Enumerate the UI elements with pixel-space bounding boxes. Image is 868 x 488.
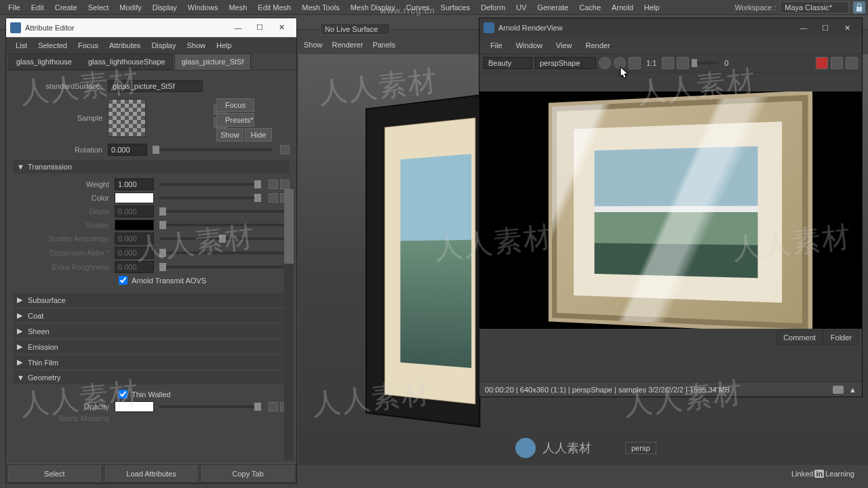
- copy-tab-button[interactable]: Copy Tab: [201, 466, 294, 481]
- rotation-slider[interactable]: [153, 148, 273, 151]
- ae-menu-help[interactable]: Help: [211, 40, 237, 51]
- lock-icon[interactable]: [853, 1, 865, 14]
- opacity-slider[interactable]: [159, 405, 261, 408]
- rv-menu-window[interactable]: Window: [509, 40, 549, 51]
- select-button[interactable]: Select: [8, 466, 101, 481]
- hide-button[interactable]: Hide: [245, 128, 272, 142]
- tab-glass-picture-stsf[interactable]: glass_picture_StSf: [174, 54, 252, 70]
- standard-surface-name-field[interactable]: glass_picture_StSf: [108, 80, 203, 92]
- ae-menu-focus[interactable]: Focus: [73, 40, 104, 51]
- crop-icon[interactable]: [677, 57, 689, 69]
- viewport-menubar: Show Renderer Panels: [298, 39, 401, 53]
- show-button[interactable]: Show: [216, 128, 243, 142]
- viewport-panels[interactable]: Panels: [372, 41, 395, 52]
- menu-windows[interactable]: Windows: [182, 1, 224, 14]
- viewport-renderer[interactable]: Renderer: [332, 41, 363, 52]
- ae-menu-selected[interactable]: Selected: [33, 40, 73, 51]
- menu-deform[interactable]: Deform: [475, 1, 511, 14]
- menu-help[interactable]: Help: [639, 1, 665, 14]
- rv-minimize-button[interactable]: —: [793, 20, 814, 35]
- render-icon[interactable]: [599, 57, 611, 69]
- load-attributes-button[interactable]: Load Attributes: [105, 466, 198, 481]
- signal-icon[interactable]: [831, 57, 843, 69]
- menu-mesh-display[interactable]: Mesh Display: [345, 1, 401, 14]
- rotation-map-button[interactable]: [280, 145, 290, 155]
- ae-menu-show[interactable]: Show: [181, 40, 211, 51]
- chevron-up-icon[interactable]: ▲: [849, 386, 856, 394]
- weight-map-button[interactable]: [280, 180, 290, 189]
- menu-edit-mesh[interactable]: Edit Mesh: [252, 1, 296, 14]
- weight-field[interactable]: [115, 178, 154, 190]
- tab-glass-lighthouse-shape[interactable]: glass_lighthouseShape: [81, 54, 173, 70]
- rv-title: Arnold RenderView: [498, 24, 793, 32]
- ae-menu-display[interactable]: Display: [146, 40, 181, 51]
- weight-slider[interactable]: [159, 183, 261, 186]
- opacity-swatch[interactable]: [115, 401, 154, 412]
- menu-mesh-tools[interactable]: Mesh Tools: [296, 1, 344, 14]
- refresh-icon[interactable]: [629, 57, 641, 69]
- no-live-surface-dropdown[interactable]: No Live Surface: [320, 23, 391, 35]
- menu-arnold[interactable]: Arnold: [606, 1, 639, 14]
- rv-maximize-button[interactable]: ☐: [814, 20, 836, 35]
- viewport-show[interactable]: Show: [304, 41, 323, 52]
- section-subsurface[interactable]: ▶Subsurface: [13, 293, 290, 307]
- stop-icon[interactable]: [816, 57, 828, 69]
- rv-close-button[interactable]: ✕: [836, 20, 858, 35]
- menu-display[interactable]: Display: [147, 1, 182, 14]
- exposure-slider[interactable]: [692, 62, 719, 64]
- snapshot-icon[interactable]: [833, 386, 844, 394]
- color-swatch[interactable]: [115, 192, 154, 203]
- tab-glass-lighthouse[interactable]: glass_lighthouse: [9, 54, 79, 70]
- menu-modify[interactable]: Modify: [114, 1, 146, 14]
- rotation-field[interactable]: [108, 144, 147, 156]
- section-coat[interactable]: ▶Coat: [13, 308, 290, 323]
- arnold-transmit-aovs-checkbox[interactable]: [119, 276, 127, 285]
- close-button[interactable]: ✕: [271, 20, 292, 35]
- color-connect-button[interactable]: [269, 193, 278, 203]
- rgb-icon[interactable]: [614, 57, 626, 69]
- menu-cache[interactable]: Cache: [574, 1, 606, 14]
- menu-edit[interactable]: Edit: [26, 1, 50, 14]
- camera-dropdown[interactable]: perspShape: [535, 57, 596, 69]
- rv-menu-file[interactable]: File: [484, 40, 509, 51]
- ae-menu-attributes[interactable]: Attributes: [104, 40, 146, 51]
- section-geometry[interactable]: ▼Geometry: [13, 371, 290, 384]
- section-transmission[interactable]: ▼ Transmission: [13, 160, 290, 174]
- rv-menu-view[interactable]: View: [549, 40, 579, 51]
- scale-1-1[interactable]: 1:1: [644, 59, 659, 67]
- gear-icon[interactable]: [846, 57, 858, 69]
- minimize-button[interactable]: —: [227, 20, 249, 35]
- ae-menu-list[interactable]: List: [10, 40, 33, 51]
- tab-comment[interactable]: Comment: [776, 330, 823, 345]
- menu-create[interactable]: Create: [50, 1, 83, 14]
- menu-select[interactable]: Select: [83, 1, 115, 14]
- maximize-button[interactable]: ☐: [249, 20, 271, 35]
- render-canvas[interactable]: [479, 92, 862, 329]
- aov-dropdown[interactable]: Beauty: [484, 57, 532, 69]
- menu-file[interactable]: File: [3, 1, 26, 14]
- tab-folder[interactable]: Folder: [823, 330, 859, 345]
- weight-connect-button[interactable]: [269, 180, 278, 189]
- menu-surfaces[interactable]: Surfaces: [435, 1, 475, 14]
- rv-menu-render[interactable]: Render: [579, 40, 617, 51]
- sample-label: Sample: [13, 114, 108, 122]
- opacity-connect-button[interactable]: [269, 402, 278, 411]
- section-thin-film[interactable]: ▶Thin Film: [13, 355, 290, 369]
- color-slider[interactable]: [159, 197, 261, 199]
- menu-curves[interactable]: Curves: [401, 1, 435, 14]
- presets-button[interactable]: Presets*: [216, 113, 254, 127]
- camera-name-display[interactable]: persp: [625, 442, 656, 454]
- section-sheen[interactable]: ▶Sheen: [13, 324, 290, 338]
- workspace-dropdown[interactable]: Maya Classic*: [780, 1, 849, 14]
- menu-uv[interactable]: UV: [511, 1, 532, 14]
- ae-scrollbar[interactable]: [284, 189, 294, 460]
- region-icon[interactable]: [662, 57, 674, 69]
- rv-titlebar[interactable]: Arnold RenderView — ☐ ✕: [479, 18, 862, 37]
- focus-button[interactable]: Focus: [216, 98, 254, 112]
- sample-swatch[interactable]: [108, 99, 146, 137]
- attr-editor-titlebar[interactable]: Attribute Editor — ☐ ✕: [6, 18, 296, 37]
- menu-generate[interactable]: Generate: [532, 1, 574, 14]
- section-emission[interactable]: ▶Emission: [13, 340, 290, 354]
- menu-mesh[interactable]: Mesh: [223, 1, 252, 14]
- thin-walled-checkbox[interactable]: [119, 390, 127, 399]
